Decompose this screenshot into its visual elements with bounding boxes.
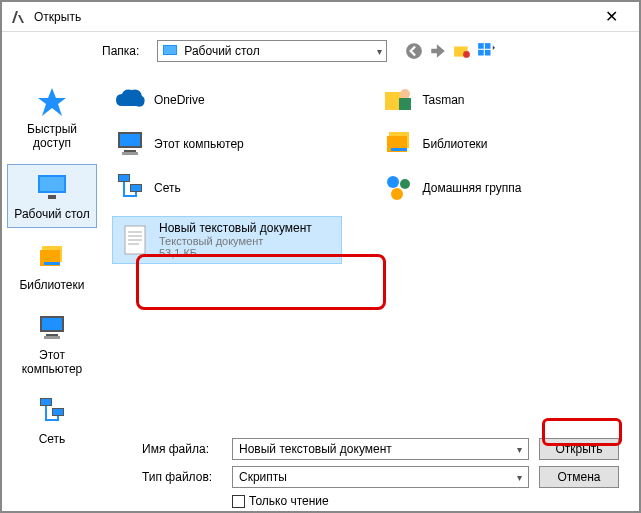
svg-point-37 (387, 176, 399, 188)
item-label: Домашняя группа (423, 181, 522, 195)
svg-rect-36 (131, 185, 141, 191)
item-onedrive[interactable]: OneDrive (112, 82, 361, 118)
bottom-controls: Имя файла: Новый текстовый документ ▾ От… (2, 430, 639, 513)
back-icon[interactable] (405, 42, 423, 60)
homegroup-icon (383, 172, 415, 204)
cloud-icon (114, 84, 146, 116)
network-icon (114, 172, 146, 204)
close-button[interactable]: ✕ (591, 3, 631, 31)
svg-point-4 (463, 51, 470, 58)
readonly-label: Только чтение (249, 494, 329, 508)
item-label: Этот компьютер (154, 137, 244, 151)
file-size: 53,1 КБ (159, 247, 312, 259)
desktop-icon (162, 43, 178, 59)
item-label: Сеть (154, 181, 181, 195)
file-name: Новый текстовый документ (159, 221, 312, 235)
svg-rect-16 (42, 318, 62, 330)
new-folder-icon[interactable] (453, 42, 471, 60)
item-libraries[interactable]: Библиотеки (381, 126, 630, 162)
folder-combo[interactable]: Рабочий стол ▾ (157, 40, 387, 62)
svg-rect-25 (399, 98, 411, 110)
svg-rect-18 (44, 336, 60, 339)
window-title: Открыть (34, 10, 591, 24)
svg-rect-6 (485, 43, 491, 49)
folder-label: Папка: (102, 44, 139, 58)
item-label: Библиотеки (423, 137, 488, 151)
view-icon[interactable] (477, 42, 495, 60)
item-tasman[interactable]: Tasman (381, 82, 630, 118)
file-list: OneDrive Tasman Этот компьютер Библиотек… (102, 70, 639, 430)
svg-rect-1 (164, 46, 176, 54)
svg-rect-14 (44, 262, 60, 265)
text-file-icon (119, 224, 151, 256)
sidebar-item-libraries[interactable]: Библиотеки (7, 236, 97, 298)
sidebar-item-label: Библиотеки (19, 278, 84, 292)
svg-point-39 (391, 188, 403, 200)
folder-current: Рабочий стол (184, 44, 259, 58)
sidebar-item-this-pc[interactable]: Этот компьютер (7, 306, 97, 382)
sidebar-item-label: Рабочий стол (14, 207, 89, 221)
sidebar-item-desktop[interactable]: Рабочий стол (7, 164, 97, 228)
filetype-select[interactable]: Скрипты ▾ (232, 466, 529, 488)
readonly-checkbox[interactable] (232, 495, 245, 508)
chevron-down-icon: ▾ (377, 46, 382, 57)
chevron-down-icon: ▾ (517, 444, 522, 455)
computer-icon (36, 312, 68, 344)
svg-rect-7 (478, 50, 484, 56)
network-icon (36, 396, 68, 428)
item-label: Tasman (423, 93, 465, 107)
libraries-icon (383, 128, 415, 160)
up-icon[interactable] (429, 42, 447, 60)
titlebar: Открыть ✕ (2, 2, 639, 32)
svg-point-38 (400, 179, 410, 189)
sidebar: Быстрый доступ Рабочий стол Библиотеки Э… (2, 70, 102, 430)
svg-rect-34 (119, 175, 129, 181)
star-icon (36, 86, 68, 118)
open-button[interactable]: Открыть (539, 438, 619, 460)
svg-rect-5 (478, 43, 484, 49)
svg-rect-10 (40, 177, 64, 191)
filename-value: Новый текстовый документ (239, 442, 392, 456)
cancel-button[interactable]: Отмена (539, 466, 619, 488)
svg-rect-29 (122, 152, 138, 155)
filetype-value: Скрипты (239, 470, 287, 484)
desktop-icon (36, 171, 68, 203)
svg-rect-32 (391, 148, 407, 151)
filetype-label: Тип файлов: (142, 470, 222, 484)
svg-rect-8 (485, 50, 491, 56)
folder-row: Папка: Рабочий стол ▾ (2, 32, 639, 70)
svg-rect-28 (124, 150, 136, 152)
sidebar-item-label: Сеть (39, 432, 66, 446)
user-folder-icon (383, 84, 415, 116)
filename-label: Имя файла: (142, 442, 222, 456)
sidebar-item-quick-access[interactable]: Быстрый доступ (7, 80, 97, 156)
sidebar-item-label: Этот компьютер (9, 348, 95, 376)
sidebar-item-label: Быстрый доступ (9, 122, 95, 150)
filename-input[interactable]: Новый текстовый документ ▾ (232, 438, 529, 460)
libraries-icon (36, 242, 68, 274)
svg-rect-17 (46, 334, 58, 336)
sidebar-item-network[interactable]: Сеть (7, 390, 97, 452)
computer-icon (114, 128, 146, 160)
item-network[interactable]: Сеть (112, 170, 361, 206)
svg-rect-27 (120, 134, 140, 146)
svg-point-2 (406, 43, 422, 59)
item-text-file[interactable]: Новый текстовый документ Текстовый докум… (112, 216, 342, 264)
svg-rect-20 (41, 399, 51, 405)
app-icon (10, 9, 26, 25)
svg-rect-11 (48, 195, 56, 199)
svg-point-24 (400, 89, 410, 99)
item-this-pc[interactable]: Этот компьютер (112, 126, 361, 162)
svg-rect-22 (53, 409, 63, 415)
file-type: Текстовый документ (159, 235, 312, 247)
item-label: OneDrive (154, 93, 205, 107)
chevron-down-icon: ▾ (517, 472, 522, 483)
item-homegroup[interactable]: Домашняя группа (381, 170, 630, 206)
